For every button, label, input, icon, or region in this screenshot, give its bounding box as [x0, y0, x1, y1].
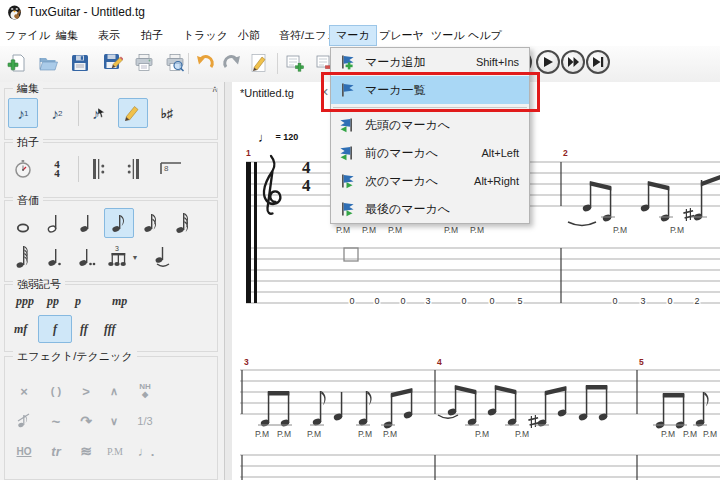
voice-2-button[interactable]: ♪2: [42, 98, 72, 128]
dead-note-button[interactable]: ×: [10, 378, 38, 404]
fret-number: 0: [611, 296, 618, 306]
measure-number: 1: [246, 148, 251, 158]
staccato-button[interactable]: ♩.: [132, 438, 160, 464]
repeat-open-button[interactable]: [84, 154, 114, 184]
dynamic-ff-button[interactable]: ff: [80, 322, 88, 337]
time-signature-lower: 4: [302, 177, 311, 194]
undo-icon: [195, 53, 215, 73]
dynamic-mp-button[interactable]: mp: [112, 294, 127, 309]
palm-mute-button[interactable]: P.M: [100, 438, 130, 464]
separator: [78, 100, 79, 126]
treble-clef-icon: [264, 156, 280, 214]
time-signature-button[interactable]: 44: [42, 154, 72, 184]
voice-1-button[interactable]: ♪1: [8, 98, 38, 128]
edit-mode-pencil-button[interactable]: [118, 98, 148, 128]
undo-button[interactable]: [192, 50, 218, 76]
accent-button[interactable]: >: [72, 378, 100, 404]
quarter-note-button[interactable]: [72, 208, 102, 238]
menu-item-label: 次のマーカへ: [365, 173, 466, 190]
palm-mute-label: P.M: [358, 429, 372, 439]
add-track-button[interactable]: [282, 50, 308, 76]
dynamic-fff-button[interactable]: fff: [104, 322, 116, 337]
slight-bend-button[interactable]: 1/3: [130, 408, 160, 434]
double-dotted-note-icon: [77, 245, 97, 269]
dynamic-p-button[interactable]: p: [75, 294, 81, 309]
heavy-accent-icon: ∧: [110, 385, 118, 398]
menu-item-previous-marker[interactable]: 前のマーカへ Alt+Left: [331, 139, 529, 167]
redo-button[interactable]: [219, 50, 245, 76]
eighth-note-button[interactable]: [104, 208, 134, 238]
menu-help[interactable]: ヘルプ: [468, 28, 502, 43]
menu-item-shortcut: Alt+Left: [481, 147, 519, 159]
bend-button[interactable]: ↷: [72, 408, 100, 434]
palm-mute-label: P.M: [683, 429, 697, 439]
sixteenth-note-button[interactable]: [136, 208, 166, 238]
menu-measure-header[interactable]: 拍子: [141, 28, 163, 43]
whole-note-button[interactable]: [8, 208, 38, 238]
ghost-note-button[interactable]: ( ): [42, 378, 70, 404]
accidentals-button[interactable]: ♭♯: [152, 98, 182, 128]
tremolo-picking-button[interactable]: ≋: [72, 438, 100, 464]
tuxguitar-app-icon: [6, 3, 23, 20]
dotted-note-button[interactable]: [40, 242, 70, 272]
dynamic-ppp-button[interactable]: ppp: [16, 294, 34, 309]
tools-palette-sidebar: ∧ 編集 ♪1 ♪2 ♪ ♭♯ 拍子 44 8 音価 3: [0, 82, 225, 480]
save-as-button[interactable]: [100, 50, 126, 76]
palm-mute-label: P.M: [515, 429, 529, 439]
open-file-button[interactable]: [35, 50, 61, 76]
dynamic-mf-button[interactable]: mf: [14, 322, 27, 337]
print-button[interactable]: [131, 50, 157, 76]
save-button[interactable]: [67, 50, 93, 76]
menu-beat[interactable]: 小節: [238, 28, 260, 43]
hammer-on-button[interactable]: HO: [10, 438, 38, 464]
player-skip-to-end-button[interactable]: [586, 50, 610, 74]
menu-item-first-marker[interactable]: 先頭のマーカへ: [331, 111, 529, 139]
menu-view[interactable]: 表示: [98, 28, 120, 43]
print-preview-button[interactable]: [162, 50, 188, 76]
tempo-button[interactable]: [8, 154, 38, 184]
menu-marker[interactable]: マーカ: [329, 25, 377, 46]
triplet-dropdown-button[interactable]: ▼: [128, 242, 142, 272]
menu-item-last-marker[interactable]: 最後のマーカへ: [331, 195, 529, 223]
dynamic-f-button[interactable]: f: [38, 315, 72, 343]
menu-player[interactable]: プレーヤ: [379, 28, 424, 43]
fret-number: 0: [460, 296, 467, 306]
natural-mode-button[interactable]: ♪: [84, 98, 114, 128]
tremolo-bar-button[interactable]: ∨: [100, 408, 128, 434]
dynamic-pp-button[interactable]: pp: [47, 294, 59, 309]
vibrato-icon: ~: [52, 413, 61, 430]
menu-item-next-marker[interactable]: 次のマーカへ Alt+Right: [331, 167, 529, 195]
edit-pencil-icon: [249, 53, 269, 73]
edit-note-button[interactable]: [246, 50, 272, 76]
measure-number: 3: [244, 357, 249, 367]
grace-note-button[interactable]: [10, 408, 38, 434]
player-play-button[interactable]: [536, 50, 560, 74]
sixty-fourth-note-button[interactable]: [8, 242, 38, 272]
menu-file[interactable]: ファイル: [5, 28, 50, 43]
trill-button[interactable]: tr: [42, 438, 70, 464]
sidebar-splitter[interactable]: [225, 82, 232, 480]
new-file-button[interactable]: [4, 50, 30, 76]
half-note-button[interactable]: [40, 208, 70, 238]
heavy-accent-button[interactable]: ∧: [100, 378, 128, 404]
thirty-second-note-icon: [174, 211, 192, 235]
document-tab[interactable]: *Untitled.tg ✕: [232, 82, 335, 105]
repeat-alternative-button[interactable]: 8: [152, 154, 190, 184]
palm-mute-label: P.M: [703, 429, 717, 439]
menu-tools[interactable]: ツール: [431, 28, 465, 43]
pencil-icon: [124, 104, 142, 122]
vibrato-button[interactable]: ~: [42, 408, 70, 434]
tied-note-button[interactable]: [148, 242, 178, 272]
menu-item-shortcut: Alt+Right: [474, 175, 519, 187]
double-dotted-note-button[interactable]: [72, 242, 102, 272]
fret-number: 0: [373, 296, 380, 306]
sixty-fourth-note-icon: [14, 245, 32, 269]
menu-track[interactable]: トラック: [183, 28, 228, 43]
measure-number: 2: [563, 148, 568, 158]
repeat-close-button[interactable]: [118, 154, 148, 184]
menu-edit[interactable]: 編集: [56, 28, 78, 43]
player-fast-forward-button[interactable]: [561, 50, 585, 74]
natural-harmonic-button[interactable]: NH◆: [130, 378, 160, 404]
thirty-second-note-button[interactable]: [168, 208, 198, 238]
fast-forward-icon: [568, 57, 579, 67]
